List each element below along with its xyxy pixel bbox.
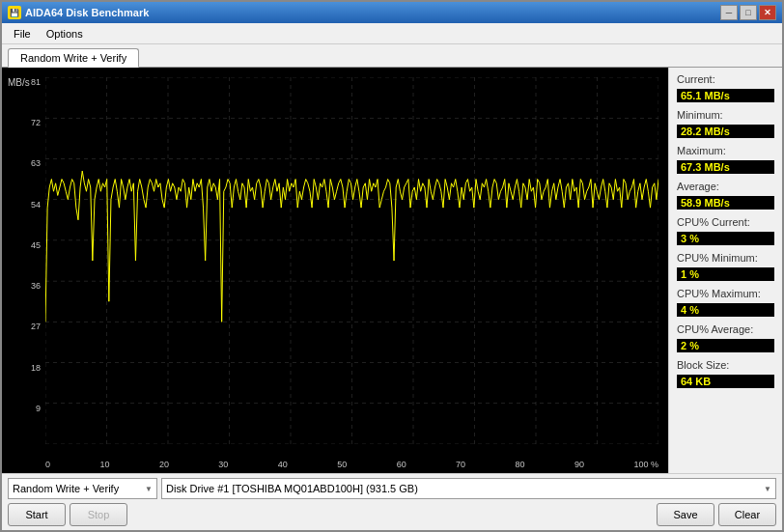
x-label-40: 40 <box>278 460 288 469</box>
cpu-current-label: CPU% Current: <box>677 216 774 228</box>
disk-combo[interactable]: Disk Drive #1 [TOSHIBA MQ01ABD100H] (931… <box>161 478 776 499</box>
minimum-value: 28.2 MB/s <box>677 125 774 138</box>
y-label-54: 54 <box>10 200 41 210</box>
clear-button[interactable]: Clear <box>718 503 776 526</box>
y-label-63: 63 <box>10 158 41 168</box>
cpu-average-label: CPU% Average: <box>677 323 774 335</box>
maximize-button[interactable]: □ <box>740 5 757 20</box>
x-label-10: 10 <box>99 460 109 469</box>
y-label-36: 36 <box>10 281 41 291</box>
sidebar: Current: 65.1 MB/s Minimum: 28.2 MB/s Ma… <box>668 68 782 473</box>
tab-random-write-verify[interactable]: Random Write + Verify <box>8 48 139 68</box>
title-bar-left: 💾 AIDA64 Disk Benchmark <box>8 6 149 19</box>
average-value: 58.9 MB/s <box>677 196 774 210</box>
minimum-label: Minimum: <box>677 109 774 121</box>
cpu-maximum-value: 4 % <box>677 303 774 317</box>
menu-options[interactable]: Options <box>39 26 91 42</box>
app-icon: 💾 <box>8 6 21 19</box>
cpu-current-value: 3 % <box>677 232 774 245</box>
menu-bar: File Options <box>2 23 782 44</box>
y-label-81: 81 <box>10 77 41 87</box>
close-button[interactable]: ✕ <box>759 5 776 20</box>
save-button[interactable]: Save <box>657 503 714 526</box>
x-label-100: 100 % <box>633 460 658 469</box>
menu-file[interactable]: File <box>6 26 39 42</box>
title-bar: 💾 AIDA64 Disk Benchmark ─ □ ✕ <box>2 2 782 23</box>
current-value: 65.1 MB/s <box>677 89 774 102</box>
x-label-0: 0 <box>45 460 50 469</box>
block-size-label: Block Size: <box>677 359 774 371</box>
y-label-72: 72 <box>10 118 41 127</box>
x-label-80: 80 <box>516 460 525 469</box>
y-label-27: 27 <box>10 322 41 331</box>
controls-row: Random Write + Verify ▼ Disk Drive #1 [T… <box>8 478 776 499</box>
x-label-20: 20 <box>159 460 169 469</box>
title-bar-buttons: ─ □ ✕ <box>720 5 776 20</box>
cpu-minimum-value: 1 % <box>677 267 774 281</box>
window-title: AIDA64 Disk Benchmark <box>25 7 149 18</box>
x-label-90: 90 <box>574 460 584 469</box>
cpu-maximum-label: CPU% Maximum: <box>677 288 774 299</box>
disk-chart-canvas <box>45 77 658 444</box>
y-axis: 81 72 63 54 45 36 27 18 9 <box>10 77 41 444</box>
disk-arrow: ▼ <box>764 485 771 493</box>
test-mode-value: Random Write + Verify <box>13 483 119 494</box>
cpu-average-value: 2 % <box>677 339 774 352</box>
y-label-9: 9 <box>10 404 41 413</box>
current-label: Current: <box>677 73 774 85</box>
btn-row: Start Stop Save Clear <box>8 503 776 526</box>
y-label-18: 18 <box>10 363 41 373</box>
x-label-50: 50 <box>337 460 347 469</box>
cpu-minimum-label: CPU% Minimum: <box>677 252 774 264</box>
maximum-value: 67.3 MB/s <box>677 160 774 174</box>
x-label-30: 30 <box>218 460 228 469</box>
block-size-value: 64 KB <box>677 375 774 388</box>
x-axis: 0 10 20 30 40 50 60 70 80 90 100 % <box>45 460 658 469</box>
maximum-label: Maximum: <box>677 145 774 156</box>
chart-wrapper: MB/s 27:22 81 72 63 54 45 36 27 18 9 <box>2 68 668 473</box>
test-mode-arrow: ▼ <box>145 485 153 493</box>
main-window: 💾 AIDA64 Disk Benchmark ─ □ ✕ File Optio… <box>0 0 784 532</box>
start-button[interactable]: Start <box>8 503 66 526</box>
main-content: MB/s 27:22 81 72 63 54 45 36 27 18 9 <box>2 68 782 473</box>
y-label-45: 45 <box>10 240 41 250</box>
tab-bar: Random Write + Verify <box>2 44 782 68</box>
bottom-bar: Random Write + Verify ▼ Disk Drive #1 [T… <box>2 473 782 530</box>
disk-value: Disk Drive #1 [TOSHIBA MQ01ABD100H] (931… <box>166 483 418 494</box>
x-label-70: 70 <box>456 460 465 469</box>
minimize-button[interactable]: ─ <box>720 5 738 20</box>
x-label-60: 60 <box>397 460 406 469</box>
chart-area: MB/s 27:22 81 72 63 54 45 36 27 18 9 <box>2 68 668 473</box>
test-mode-combo[interactable]: Random Write + Verify ▼ <box>8 478 157 499</box>
stop-button[interactable]: Stop <box>70 503 127 526</box>
average-label: Average: <box>677 181 774 192</box>
